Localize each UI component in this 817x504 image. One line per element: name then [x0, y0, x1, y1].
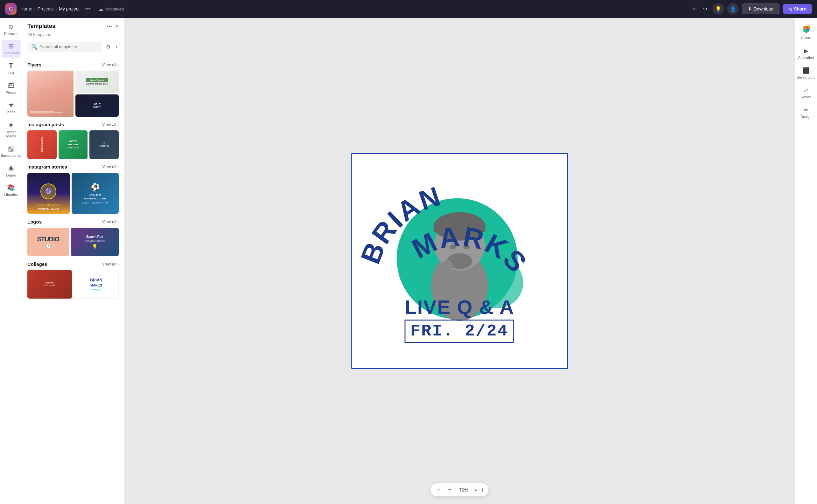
main-layout: ⊕ Discover ⊞ Templates T Text 🖼 Photos ★… — [0, 18, 817, 504]
share-button[interactable]: ◁ Share — [783, 4, 812, 14]
right-tools-panel: Colors ▶ Animation ⬛ Background ⤢ Resize… — [795, 18, 817, 504]
inspiration-button[interactable]: 💡 — [713, 3, 724, 15]
panel-content: Flyers View all › — [22, 54, 124, 504]
sidebar-item-templates-label: Templates — [3, 51, 19, 55]
nav-sep1: › — [34, 6, 36, 11]
panel-close-button[interactable]: ✕ — [114, 23, 119, 29]
flyers-section-title: Flyers — [27, 62, 41, 67]
undo-redo-group: ↩ ↪ — [692, 4, 709, 14]
logo-template-1[interactable]: STUDIO 🕧 — [27, 228, 69, 256]
zoom-in-button[interactable]: + — [447, 486, 454, 494]
instagram-posts-section-header: Instagram posts View all › — [27, 122, 119, 127]
canvas-info-button[interactable]: ℹ — [481, 487, 483, 493]
filter-button[interactable]: ⚙ — [105, 43, 112, 51]
logo-template-2[interactable]: Spawn Pod CREATIVE STUDIO 💡 ▶ — [71, 228, 119, 256]
sidebar-item-libraries-label: Libraries — [4, 193, 17, 197]
zoom-toolbar: − + 70% ▲ ℹ — [430, 483, 488, 496]
collage-template-2[interactable]: BRIAN MARKS LIVE Q&A — [74, 270, 119, 299]
sidebar-item-text[interactable]: T Text — [2, 59, 21, 78]
sidebar-item-libraries[interactable]: 📚 Libraries — [2, 181, 21, 199]
icons-icon: ★ — [8, 101, 14, 109]
sidebar-item-icons-label: Icons — [7, 110, 15, 114]
search-input-wrapper: 🔍 — [27, 42, 102, 52]
download-label: Download — [754, 6, 773, 11]
collages-view-all[interactable]: View all › — [102, 262, 119, 266]
right-design-label: Design — [800, 115, 811, 119]
collage-template-1[interactable]: PHOTOCOLLAGE — [27, 270, 72, 299]
collages-grid: PHOTOCOLLAGE BRIAN MARKS LIVE Q&A — [27, 270, 119, 299]
sidebar-item-photos-label: Photos — [5, 91, 16, 95]
download-icon: ⬇ — [748, 6, 752, 11]
flyers-secondary-group: Sisters' Society ANNUAL SPRING GALA NIGH… — [75, 71, 119, 117]
flyers-section-header: Flyers View all › — [27, 62, 119, 67]
sidebar-item-icons[interactable]: ★ Icons — [2, 99, 21, 117]
story-2-sub: EVERY TUESDAY, 2-4PM — [82, 202, 108, 204]
app-logo[interactable]: C — [5, 3, 17, 15]
instagram-posts-view-all[interactable]: View all › — [102, 122, 119, 127]
logos-section-title: Logos — [27, 219, 42, 224]
story-1-text: OVER THE MOONFORTUNE TELLING — [35, 204, 62, 210]
panel-more-button[interactable]: ••• — [107, 24, 112, 29]
nav-current[interactable]: My project — [59, 6, 80, 11]
sidebar-item-backgrounds-label: Backgrounds — [1, 154, 21, 158]
story-template-2[interactable]: ⚽ JOIN THEFOOTBALL CLUB EVERY TUESDAY, 2… — [72, 173, 119, 214]
more-options-button[interactable]: ••• — [83, 5, 93, 13]
nav-sep2: › — [56, 6, 57, 11]
templates-panel: Templates ••• ✕ All templates 🔍 ⚙ › Flye… — [22, 18, 124, 504]
sidebar-item-templates[interactable]: ⊞ Templates — [2, 40, 21, 58]
right-animation-label: Animation — [798, 56, 814, 59]
right-resize-label: Resize — [801, 95, 812, 99]
canvas-container[interactable]: BRIAN MARKS LIVE Q & A FRI. 2/24 — [351, 153, 568, 369]
sidebar-item-logos[interactable]: ◉ Logos — [2, 162, 21, 180]
zoom-arrow-button[interactable]: ▲ — [474, 488, 478, 492]
canvas-inner: BRIAN MARKS LIVE Q & A FRI. 2/24 — [352, 154, 567, 368]
sidebar-item-design-assets[interactable]: ◈ Design assets — [2, 118, 21, 141]
design-canvas[interactable]: BRIAN MARKS LIVE Q & A FRI. 2/24 — [351, 153, 568, 369]
undo-button[interactable]: ↩ — [692, 4, 699, 14]
canvas-live-qa-text: LIVE Q & A — [352, 296, 567, 318]
download-button[interactable]: ⬇ Download — [742, 3, 779, 14]
sidebar-item-photos[interactable]: 🖼 Photos — [2, 79, 21, 97]
flyers-grid: Sisters' Society ANNUAL SPRING GALA NIGH… — [27, 71, 119, 117]
instagram-stories-view-all[interactable]: View all › — [102, 164, 119, 169]
story-template-1[interactable]: 🔮 OVER THE MOONFORTUNE TELLING — [27, 173, 70, 214]
breadcrumb: Home › Projects › My project — [20, 6, 80, 11]
flyers-view-all[interactable]: View all › — [102, 62, 119, 67]
expand-panel-button[interactable]: › — [114, 42, 119, 52]
right-colors-button[interactable]: Colors — [797, 23, 816, 42]
insta-template-1[interactable]: ZOE FRANCIS — [27, 130, 57, 159]
search-input[interactable] — [39, 45, 98, 49]
design-icon: ✏ — [804, 107, 808, 114]
zoom-out-button[interactable]: − — [435, 486, 443, 494]
sidebar-item-discover[interactable]: ⊕ Discover — [2, 20, 21, 38]
topbar: C Home › Projects › My project ••• ☁ Not… — [0, 0, 817, 18]
colors-icon — [802, 25, 810, 35]
discover-icon: ⊕ — [8, 23, 14, 31]
flyer-template-3[interactable]: NIGHTEVENT — [75, 94, 119, 117]
photos-icon: 🖼 — [8, 82, 14, 89]
instagram-stories-grid: 🔮 OVER THE MOONFORTUNE TELLING ⚽ JOIN TH… — [27, 173, 119, 214]
insta-template-2[interactable]: WE'REHIRING!LEARN MORE — [59, 130, 88, 159]
nav-projects[interactable]: Projects — [38, 6, 54, 11]
flyer-template-2[interactable]: Sisters' Society ANNUAL SPRING GALA — [75, 71, 119, 93]
nav-home[interactable]: Home — [20, 6, 32, 11]
redo-button[interactable]: ↪ — [702, 4, 709, 14]
backgrounds-icon: ▨ — [8, 145, 14, 152]
logos-view-all[interactable]: View all › — [102, 219, 119, 224]
insta-template-3[interactable]: ☘NATURAL — [89, 130, 119, 159]
flyer-template-1[interactable] — [27, 71, 73, 117]
top-right-actions: 💡 👤 ⬇ Download ◁ Share — [713, 3, 812, 15]
right-resize-button[interactable]: ⤢ Resize — [797, 84, 816, 101]
canvas-bottom-text: LIVE Q & A FRI. 2/24 — [352, 296, 567, 343]
sidebar-item-backgrounds[interactable]: ▨ Backgrounds — [2, 142, 21, 160]
right-animation-button[interactable]: ▶ Animation — [797, 45, 816, 62]
share-label: Share — [794, 6, 806, 11]
account-button[interactable]: 👤 — [727, 3, 739, 15]
right-background-button[interactable]: ⬛ Background — [797, 65, 816, 82]
panel-header: Templates ••• ✕ — [22, 18, 124, 32]
text-icon: T — [9, 62, 13, 70]
sidebar-item-logos-label: Logos — [6, 173, 16, 177]
instagram-stories-section-header: Instagram stories View all › — [27, 164, 119, 169]
right-design-button[interactable]: ✏ Design — [797, 104, 816, 121]
logos-grid: STUDIO 🕧 Spawn Pod CREATIVE STUDIO 💡 ▶ — [27, 228, 119, 256]
